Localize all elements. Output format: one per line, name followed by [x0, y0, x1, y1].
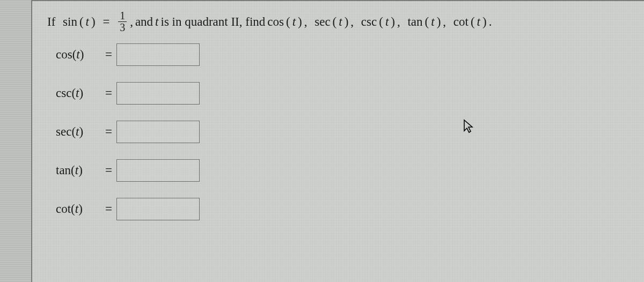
- lp-cot: (: [71, 202, 75, 216]
- sec-fn: sec: [314, 13, 330, 31]
- fraction-denominator: 3: [118, 21, 127, 33]
- var-t: t: [86, 13, 89, 31]
- eq-sign: =: [103, 13, 109, 31]
- rparen: ): [91, 13, 96, 31]
- eq-cos: =: [105, 48, 112, 62]
- rp2: ): [345, 13, 349, 31]
- rp1: ): [298, 13, 302, 31]
- c4: ,: [443, 13, 446, 31]
- c1: ,: [304, 13, 308, 31]
- question-prompt: If sin(t) = 1 3 , and t is in quadrant I…: [47, 11, 632, 34]
- vt2: t: [339, 13, 342, 31]
- csc-fn-row: csc: [56, 86, 71, 100]
- rp-cos: ): [80, 48, 84, 61]
- if-word: If: [47, 13, 55, 31]
- vt5: t: [477, 13, 480, 31]
- row-csc: csc(t) =: [56, 82, 632, 105]
- vt1: t: [292, 13, 296, 31]
- c3: ,: [397, 13, 400, 31]
- lparen: (: [79, 13, 84, 31]
- rp3: ): [391, 13, 395, 31]
- cos-fn-row: cos: [56, 48, 72, 61]
- cot-label: cot(t): [56, 202, 105, 216]
- lp4: (: [425, 13, 429, 31]
- var-t-2: t: [155, 13, 158, 31]
- eq-cot: =: [105, 202, 112, 216]
- rp5: ): [482, 13, 487, 31]
- rp-tan: ): [78, 164, 83, 177]
- row-tan: tan(t) =: [56, 159, 632, 182]
- cos-fn: cos: [267, 13, 284, 31]
- eq-csc: =: [105, 86, 112, 100]
- cot-fn: cot: [453, 13, 469, 31]
- sec-label: sec(t): [56, 125, 105, 139]
- tan-fn: tan: [407, 13, 422, 31]
- cot-fn-row: cot: [56, 202, 71, 216]
- lp2: (: [333, 13, 337, 31]
- cos-input[interactable]: [116, 43, 200, 66]
- csc-input[interactable]: [116, 82, 200, 105]
- rp-csc: ): [79, 86, 83, 100]
- eq-sec: =: [105, 125, 112, 139]
- question-panel: If sin(t) = 1 3 , and t is in quadrant I…: [31, 0, 644, 282]
- fraction-numerator: 1: [118, 10, 127, 21]
- tan-label: tan(t): [56, 164, 105, 177]
- lp-csc: (: [71, 86, 76, 100]
- cos-label: cos(t): [56, 48, 105, 62]
- row-sec: sec(t) =: [56, 121, 632, 143]
- row-cot: cot(t) =: [56, 198, 632, 220]
- lp3: (: [379, 13, 383, 31]
- lp5: (: [471, 13, 475, 31]
- prompt-text-quadrant: is in quadrant II, find: [161, 13, 266, 31]
- lp1: (: [286, 13, 290, 31]
- vt4: t: [431, 13, 434, 31]
- csc-fn: csc: [361, 13, 377, 31]
- comma-1: ,: [130, 13, 133, 31]
- fraction-one-third: 1 3: [118, 10, 127, 33]
- vt3: t: [385, 13, 389, 31]
- lp-sec: (: [71, 125, 76, 138]
- cot-input[interactable]: [116, 198, 200, 220]
- rp-cot: ): [78, 202, 83, 216]
- rp-sec: ): [79, 125, 83, 138]
- csc-label: csc(t): [56, 86, 105, 100]
- tan-fn-row: tan: [56, 164, 71, 177]
- tan-input[interactable]: [116, 159, 200, 182]
- c2: ,: [350, 13, 354, 31]
- row-cos: cos(t) =: [56, 43, 632, 66]
- sec-input[interactable]: [116, 121, 200, 143]
- lp-tan: (: [71, 164, 75, 177]
- eq-tan: =: [105, 164, 112, 177]
- notebook-spiral-edge: [0, 0, 31, 282]
- sin-fn: sin: [63, 13, 77, 31]
- sec-fn-row: sec: [56, 125, 71, 138]
- period: .: [489, 13, 492, 31]
- prompt-text-and: and: [135, 13, 153, 31]
- rp4: ): [437, 13, 441, 31]
